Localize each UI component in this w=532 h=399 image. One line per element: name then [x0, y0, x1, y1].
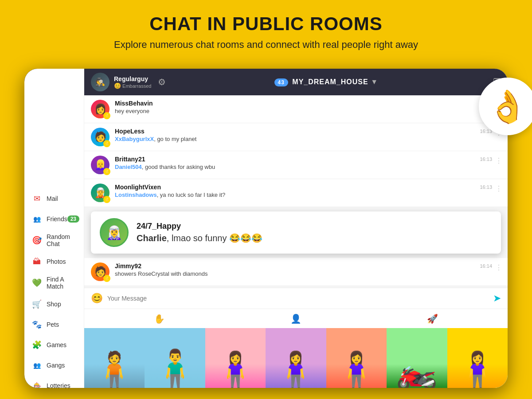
popup-text: Charlie, lmao so funny 😂😂😂 — [137, 233, 262, 243]
header-bar: 🕵️ Regularguy 😊 Embarrassed ⚙ 43 MY_DREA… — [84, 69, 508, 95]
heart-icon: 💚 — [31, 277, 43, 289]
message-menu-icon[interactable]: ⋮ — [495, 263, 502, 272]
popup-username: 24/7_Happy — [137, 222, 262, 231]
message-input-area: 😊 ➤ — [84, 288, 508, 309]
message-username: Jimmy92 — [115, 262, 501, 270]
message-text: XxBabygurlxX, go to my planet — [115, 136, 501, 142]
room-name: 43 MY_DREAM_HOUSE ▼ — [166, 78, 486, 86]
chat-message: 🧑 ⭐ HopeLess XxBabygurlxX, go to my plan… — [84, 123, 508, 151]
sidebar-label-pets: Pets — [47, 321, 59, 328]
gold-badge: ⭐ — [103, 140, 110, 147]
sidebar-item-photos[interactable]: 🏔 Photos — [24, 251, 84, 272]
mail-icon: ✉ — [31, 192, 43, 205]
sidebar-item-find-match[interactable]: 💚 Find A Match — [24, 272, 84, 294]
sticker-emoji: 👌 — [488, 88, 528, 125]
chat-message: 👩 ⭐ MissBehavin hey everyone 16:13 ⋮ — [84, 95, 508, 123]
sidebar-label-random-chat: Random Chat — [47, 233, 78, 247]
message-username: MissBehavin — [115, 100, 501, 107]
character-4: 🧍‍♀️ — [266, 328, 326, 388]
sidebar-item-lotteries[interactable]: 🎰 Lotteries — [24, 376, 84, 388]
games-icon: 🧩 — [31, 339, 43, 351]
sidebar-label-friends: Friends — [47, 215, 67, 223]
message-text: hey everyone — [115, 108, 501, 114]
chat-message: 🧑 ⭐ Jimmy92 showers RoseCrystal with dia… — [84, 258, 508, 286]
character-6: 🏍️ — [387, 328, 447, 388]
gold-badge: ⭐ — [103, 196, 110, 203]
sidebar-item-random-chat[interactable]: 🎯 Random Chat — [24, 229, 84, 251]
character-7: 🧍‍♀️ — [447, 328, 508, 388]
page-title: CHAT IN PUBLIC ROOMS — [9, 13, 523, 35]
message-menu-icon[interactable]: ⋮ — [495, 156, 502, 165]
person-icon[interactable]: 👤 — [290, 313, 301, 324]
sidebar-item-pets[interactable]: 🐾 Pets — [24, 314, 84, 335]
user-avatar: 🕵️ — [91, 73, 110, 91]
popup-avatar: 🧝‍♀️ — [100, 218, 129, 247]
message-text: Daniel504, good thanks for asking wbu — [115, 164, 501, 170]
popup-message: 🧝‍♀️ 24/7_Happy Charlie, lmao so funny 😂… — [91, 211, 501, 254]
header-status: 😊 Embarrassed — [114, 82, 151, 89]
character-3: 🧍‍♀️ — [205, 328, 266, 388]
sidebar: ✉ Mail 👥 Friends 23 🎯 Random Chat 🏔 Phot… — [24, 69, 84, 388]
message-time: 16:13 — [480, 184, 492, 190]
message-menu-icon[interactable]: ⋮ — [495, 184, 502, 193]
hero-section: CHAT IN PUBLIC ROOMS Explore numerous ch… — [0, 0, 532, 59]
sidebar-item-shop[interactable]: 🛒 Shop — [24, 294, 84, 314]
page-background: CHAT IN PUBLIC ROOMS Explore numerous ch… — [0, 0, 532, 399]
friends-icon: 👥 — [31, 213, 43, 225]
chat-message: 👱‍♀️ ⭐ Brittany21 Daniel504, good thanks… — [84, 151, 508, 179]
character-5: 🧍‍♀️ — [326, 328, 387, 388]
send-button[interactable]: ➤ — [493, 293, 501, 304]
sidebar-label-photos: Photos — [47, 258, 66, 265]
character-2: 🧍‍♂️ — [145, 328, 205, 388]
gold-badge: ⭐ — [103, 112, 110, 119]
lotteries-icon: 🎰 — [31, 379, 43, 388]
gold-badge: ⭐ — [103, 168, 110, 175]
message-time: 16:14 — [480, 263, 492, 269]
sidebar-item-games[interactable]: 🧩 Games — [24, 335, 84, 355]
sidebar-label-mail: Mail — [47, 195, 58, 202]
page-subtitle: Explore numerous chat rooms and connect … — [9, 39, 523, 51]
photos-icon: 🏔 — [31, 255, 43, 268]
sidebar-label-lotteries: Lotteries — [47, 382, 70, 388]
character-strip: 🧍 🧍‍♂️ 🧍‍♀️ 🧍‍♀️ 🧍‍♀️ 🏍️ � — [84, 328, 508, 388]
member-count-badge: 43 — [274, 78, 288, 86]
tablet-frame: 🕵️ Regularguy 😊 Embarrassed ✉ Mail 👥 Fri… — [24, 69, 508, 388]
chat-message: 🧝 ⭐ MoonlightVixen Lostinshadows, ya no … — [84, 179, 508, 207]
sticker-overlay: 👌 — [479, 78, 532, 140]
message-text: showers RoseCrystal with diamonds — [115, 270, 501, 277]
sidebar-label-shop: Shop — [47, 301, 61, 308]
message-text: Lostinshadows, ya no luck so far I take … — [115, 192, 501, 198]
ok-hand-sticker: 👌 — [479, 78, 532, 135]
sidebar-label-find-match: Find A Match — [47, 276, 78, 290]
rocket-icon[interactable]: 🚀 — [427, 313, 438, 324]
sidebar-item-gangs[interactable]: 👥 Gangs — [24, 355, 84, 376]
message-username: MoonlightVixen — [115, 184, 501, 191]
chat-area[interactable]: 👩 ⭐ MissBehavin hey everyone 16:13 ⋮ — [84, 95, 508, 288]
sidebar-label-gangs: Gangs — [47, 362, 65, 369]
pets-icon: 🐾 — [31, 318, 43, 331]
shop-icon: 🛒 — [31, 298, 43, 310]
hand-icon[interactable]: ✋ — [154, 313, 165, 324]
friends-badge: 23 — [67, 215, 79, 223]
message-time: 16:13 — [480, 156, 492, 162]
room-dropdown-icon[interactable]: ▼ — [371, 78, 378, 86]
room-title: MY_DREAM_HOUSE — [292, 78, 368, 86]
sidebar-label-games: Games — [47, 341, 66, 348]
app-main: 🕵️ Regularguy 😊 Embarrassed ⚙ 43 MY_DREA… — [84, 69, 508, 388]
gold-badge: ⭐ — [103, 275, 110, 282]
gear-icon[interactable]: ⚙ — [158, 77, 166, 87]
gangs-icon: 👥 — [31, 359, 43, 372]
message-username: HopeLess — [115, 128, 501, 135]
header-username: Regularguy — [114, 75, 151, 82]
sidebar-item-friends[interactable]: 👥 Friends 23 — [24, 209, 84, 229]
emoji-button[interactable]: 😊 — [91, 293, 103, 304]
message-input[interactable] — [107, 295, 489, 302]
character-1: 🧍 — [84, 328, 145, 388]
bottom-toolbar: ✋ 👤 🚀 — [84, 309, 508, 328]
message-username: Brittany21 — [115, 156, 501, 163]
sidebar-item-mail[interactable]: ✉ Mail — [24, 188, 84, 209]
random-chat-icon: 🎯 — [31, 234, 43, 246]
